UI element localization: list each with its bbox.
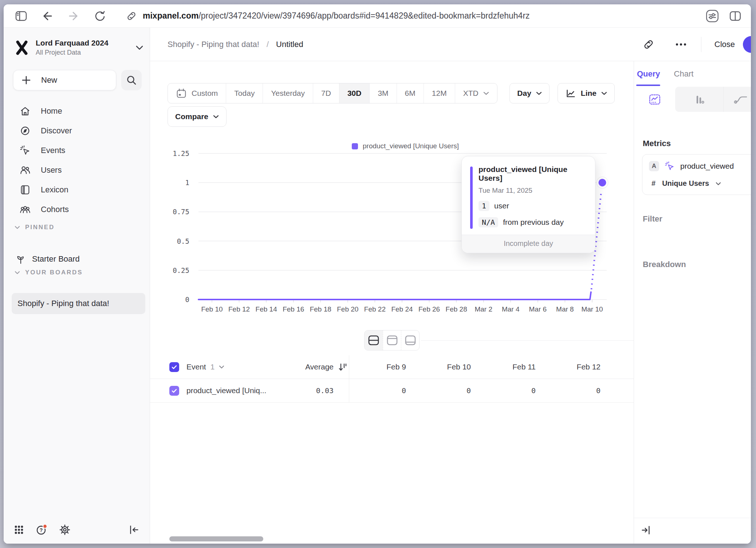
- sidebar-item-lexicon[interactable]: Lexicon: [4, 180, 150, 200]
- svg-text:Feb 16: Feb 16: [283, 305, 304, 313]
- pinned-section-header[interactable]: PINNED: [4, 224, 55, 231]
- board-label: Shopify - Piping that data!: [17, 299, 109, 308]
- browser-settings-icon[interactable]: [706, 9, 719, 23]
- sidebar-item-shopify-board[interactable]: Shopify - Piping that data!: [12, 293, 145, 314]
- aggregation-selector[interactable]: Unique Users: [662, 179, 709, 188]
- range-12m[interactable]: 12M: [424, 83, 455, 103]
- svg-text:Feb 28: Feb 28: [446, 305, 467, 313]
- browser-sidebar-toggle-icon[interactable]: [15, 11, 27, 21]
- reload-icon[interactable]: [94, 10, 106, 22]
- granularity-dropdown[interactable]: Day: [509, 83, 550, 103]
- svg-text:Feb 26: Feb 26: [418, 305, 440, 313]
- range-xtd[interactable]: XTD: [455, 83, 497, 103]
- browser-split-view-icon[interactable]: [729, 11, 741, 21]
- sidebar-item-users[interactable]: Users: [4, 160, 150, 180]
- date-column-header: Feb 11: [471, 363, 536, 371]
- insights-tab-active[interactable]: [634, 87, 675, 112]
- chart-type-dropdown[interactable]: Line: [558, 83, 615, 103]
- forward-icon[interactable]: [68, 11, 79, 21]
- range-label: 30D: [347, 89, 362, 98]
- sidebar-item-label: Users: [41, 165, 62, 175]
- sort-icon[interactable]: [334, 362, 349, 372]
- tab-query[interactable]: Query: [637, 69, 660, 79]
- range-label: Custom: [192, 89, 218, 98]
- browser-toolbar: mixpanel.com/project/3472420/view/397469…: [4, 4, 751, 28]
- sidebar-item-home[interactable]: Home: [4, 101, 150, 121]
- your-boards-title: YOUR BOARDS: [25, 269, 83, 276]
- metric-event-name[interactable]: product_viewed: [680, 162, 734, 171]
- metrics-section-title: Metrics: [643, 139, 671, 148]
- chevron-down-icon: [213, 115, 219, 118]
- compare-dropdown[interactable]: Compare: [168, 106, 227, 127]
- aggregation-symbol: #: [651, 179, 655, 188]
- url-bar[interactable]: mixpanel.com/project/3472420/view/397469…: [126, 11, 706, 21]
- funnels-tab[interactable]: [675, 87, 723, 112]
- sidebar-item-cohorts[interactable]: Cohorts: [4, 200, 150, 219]
- search-button[interactable]: [121, 70, 142, 90]
- tooltip-delta-label: from previous day: [503, 218, 564, 227]
- new-button-label: New: [41, 75, 57, 85]
- row-value: 0: [349, 386, 406, 395]
- copy-link-icon[interactable]: [643, 39, 654, 50]
- tooltip-delta: N/A: [479, 217, 498, 227]
- gear-icon[interactable]: [59, 524, 71, 536]
- apps-grid-icon[interactable]: [14, 525, 24, 535]
- svg-text:Feb 24: Feb 24: [391, 305, 413, 313]
- plus-icon: [21, 75, 31, 85]
- sidebar-item-events[interactable]: Events: [4, 141, 150, 160]
- layout-split-button[interactable]: [365, 330, 383, 350]
- date-column-header: Feb 10: [406, 363, 471, 371]
- sidebar-nav: Home Discover Events: [4, 101, 150, 219]
- sidebar-item-starter-board[interactable]: Starter Board: [4, 249, 150, 269]
- row-checkbox[interactable]: [169, 386, 179, 396]
- range-label: Today: [234, 89, 255, 98]
- chevron-down-icon: [716, 182, 721, 185]
- workspace-subtitle: All Project Data: [36, 49, 109, 56]
- breakdown-section-title[interactable]: Breakdown: [643, 260, 686, 269]
- cursor-click-icon: [665, 161, 675, 171]
- sidebar-item-discover[interactable]: Discover: [4, 121, 150, 141]
- horizontal-scrollbar[interactable]: [169, 536, 263, 541]
- range-30d-active[interactable]: 30D: [339, 83, 370, 103]
- your-boards-section-header[interactable]: YOUR BOARDS: [4, 269, 83, 276]
- range-custom[interactable]: Custom: [168, 83, 226, 103]
- event-column-header[interactable]: Event: [186, 363, 206, 371]
- flows-tab-clipped[interactable]: [723, 87, 751, 112]
- close-button[interactable]: Close: [714, 40, 735, 49]
- range-3m[interactable]: 3M: [370, 83, 397, 103]
- layout-toggle-group: [364, 330, 420, 351]
- metric-card[interactable]: A product_viewed # Unique Users: [642, 154, 751, 195]
- select-all-checkbox[interactable]: [169, 362, 179, 372]
- range-7d[interactable]: 7D: [313, 83, 339, 103]
- svg-text:Mar 8: Mar 8: [556, 305, 574, 313]
- svg-text:Feb 20: Feb 20: [337, 305, 358, 313]
- sidebar: Lord Farquaad 2024 All Project Data New: [4, 28, 150, 544]
- range-yesterday[interactable]: Yesterday: [263, 83, 313, 103]
- new-button[interactable]: New: [13, 70, 116, 90]
- compass-icon: [20, 125, 31, 136]
- range-6m[interactable]: 6M: [397, 83, 424, 103]
- back-icon[interactable]: [42, 11, 53, 21]
- save-button-clipped[interactable]: [743, 36, 751, 53]
- range-label: 3M: [378, 89, 388, 98]
- tab-chart[interactable]: Chart: [674, 69, 694, 79]
- collapse-panel-icon[interactable]: [641, 525, 651, 536]
- svg-text:1: 1: [185, 179, 189, 187]
- workspace-switcher[interactable]: Lord Farquaad 2024 All Project Data: [14, 39, 143, 56]
- report-canvas: Custom Today Yesterday 7D 30D 3M 6M 12M …: [150, 61, 634, 544]
- layout-chart-only-button[interactable]: [383, 330, 401, 350]
- table-row[interactable]: product_viewed [Uniq... 0.03 0 0 0 0: [150, 379, 634, 403]
- breadcrumb-report[interactable]: Untitled: [276, 40, 303, 49]
- row-average: 0.03: [277, 386, 334, 395]
- help-icon[interactable]: ?: [36, 524, 47, 536]
- more-options-icon[interactable]: [676, 43, 686, 46]
- chevron-down-icon[interactable]: [219, 365, 224, 369]
- layout-table-only-button[interactable]: [401, 330, 419, 350]
- average-column-header[interactable]: Average: [277, 363, 334, 371]
- breadcrumb-board[interactable]: Shopify - Piping that data!: [168, 40, 259, 49]
- collapse-sidebar-icon[interactable]: [129, 524, 139, 535]
- filter-section-title[interactable]: Filter: [643, 214, 662, 224]
- search-icon: [126, 75, 137, 85]
- svg-text:Mar 10: Mar 10: [581, 305, 603, 313]
- range-today[interactable]: Today: [226, 83, 263, 103]
